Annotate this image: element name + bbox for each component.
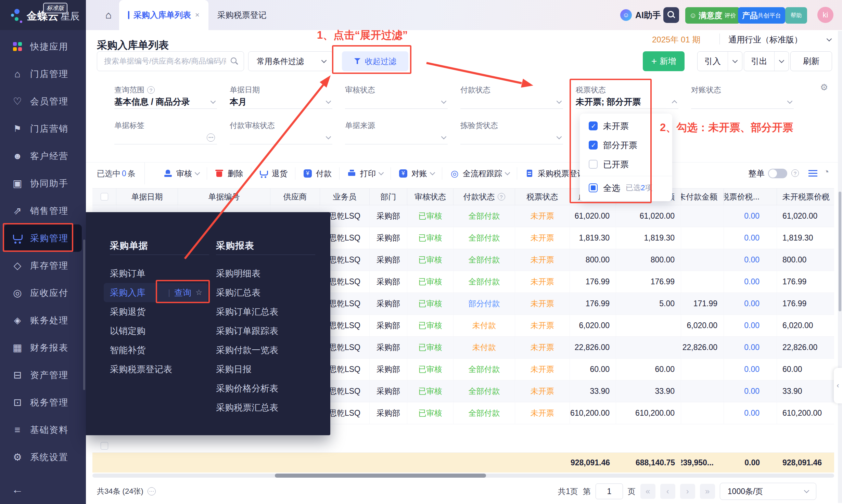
sidebar-item[interactable]: 销售管理 (0, 197, 86, 224)
sidebar-item[interactable]: 门店营销 (0, 115, 86, 142)
page-number-input[interactable] (596, 483, 623, 499)
popup-menu-item[interactable]: 采购税票登记表 | 查询 ☆ (110, 360, 213, 379)
filter-field[interactable]: 付款审核状态 (230, 120, 332, 145)
satisfaction-button[interactable]: ☺ 满意度 评价 (685, 7, 740, 24)
cell-invoiced[interactable]: 0.00 (724, 227, 777, 249)
close-tab-icon[interactable]: × (195, 11, 200, 20)
popup-menu-item[interactable]: 采购付款一览表 (216, 340, 319, 360)
checkbox-icon[interactable] (589, 160, 598, 169)
workspace-tab[interactable]: 采购入库单列表 × (119, 0, 208, 30)
vertical-scrollbar-thumb[interactable] (839, 192, 841, 311)
search-input[interactable] (103, 52, 227, 71)
sidebar-item[interactable]: 快捷应用 (0, 33, 86, 60)
common-filter-select[interactable]: 常用条件过滤 (248, 51, 333, 71)
horizontal-scrollbar-thumb[interactable] (275, 474, 486, 478)
favorite-star-icon[interactable]: ☆ (195, 288, 202, 297)
col-header[interactable]: 业务员 (320, 189, 370, 205)
sidebar-item[interactable]: 客户经营 (0, 142, 86, 170)
cell-invoiced[interactable]: 0.00 (724, 359, 777, 380)
cell-invoiced[interactable]: 0.00 (724, 380, 777, 402)
toolbar-action-button[interactable]: 删除 (207, 167, 251, 180)
cell-invoiced[interactable]: 0.00 (724, 293, 777, 314)
prev-page-button[interactable]: ‹ (660, 484, 675, 499)
export-button[interactable]: 引出 (744, 51, 789, 71)
popup-menu-item[interactable]: 采购订单 | 查询 ☆ (110, 264, 213, 283)
col-header[interactable]: 付款状态? (454, 189, 515, 205)
popup-menu-item[interactable]: 采购明细表 (216, 264, 319, 283)
tax-status-option[interactable]: 部分开票 (580, 135, 672, 155)
co-creation-button[interactable]: 产品 共创平台 (738, 7, 785, 24)
col-header[interactable]: 税票状态 (515, 189, 570, 205)
collapse-filter-button[interactable]: 收起过滤 (342, 51, 408, 71)
chevron-down-icon[interactable] (774, 52, 789, 71)
filter-field[interactable]: 对账状态? (691, 85, 794, 109)
user-avatar[interactable]: ki (817, 7, 833, 23)
checkbox-icon[interactable] (589, 121, 598, 130)
sidebar-scrollbar[interactable] (83, 240, 85, 390)
industry-select[interactable]: 通用行业（标准版） (728, 33, 831, 47)
cell-invoiced[interactable]: 0.00 (724, 402, 777, 424)
next-page-button[interactable]: › (680, 484, 695, 499)
popup-menu-item[interactable]: 采购退货 | 查询 ☆ (110, 302, 213, 321)
filter-field[interactable]: 付款状态? (460, 85, 563, 109)
more-icon[interactable]: ⋯ (148, 487, 156, 495)
toolbar-action-button[interactable]: 打印 (340, 167, 391, 180)
page-size-select[interactable]: 1000条/页 (720, 483, 816, 500)
toolbar-action-button[interactable]: 对账 (391, 167, 442, 180)
popup-menu-item[interactable]: 以销定购 | 查询 ☆ (110, 321, 213, 340)
refresh-button[interactable]: 刷新 (790, 51, 832, 71)
col-header[interactable]: 单据编号 (178, 189, 270, 205)
add-button[interactable]: + 新增 (643, 51, 685, 71)
sidebar-item[interactable]: 基础资料 (0, 416, 86, 443)
sidebar-item[interactable]: 会员管理 (0, 88, 86, 115)
help-icon[interactable]: ? (791, 169, 799, 177)
select-all-option[interactable]: 全选 已选2项 (580, 178, 672, 197)
first-page-button[interactable]: « (640, 484, 655, 499)
cell-invoiced[interactable]: 0.00 (724, 337, 777, 358)
col-header[interactable]: 审核状态 (407, 189, 454, 205)
sidebar-item[interactable]: 库存管理 (0, 252, 86, 279)
filter-field[interactable]: 拣验货状态 (460, 120, 563, 145)
import-button[interactable]: 引入 (697, 51, 742, 71)
toolbar-action-button[interactable]: 审核 (156, 167, 207, 180)
filter-settings-gear-icon[interactable]: ⚙ (820, 82, 828, 93)
popup-menu-item[interactable]: 采购入库 | 查询 ☆ (104, 283, 208, 302)
list-view-icon[interactable] (808, 170, 817, 171)
popup-menu-item[interactable]: 采购价格分析表 (216, 379, 319, 398)
cell-invoiced[interactable]: 0.00 (724, 271, 777, 293)
ai-assistant-button[interactable]: ☺ AI助手 (620, 0, 661, 30)
chevron-down-icon[interactable] (728, 52, 742, 71)
popup-menu-item[interactable]: 智能补货 | 查询 ☆ (110, 340, 213, 360)
tax-status-option[interactable]: 已开票 (580, 155, 672, 174)
filter-field[interactable]: 审核状态? (345, 85, 448, 109)
query-link[interactable]: 查询 (174, 287, 191, 298)
cell-invoiced[interactable]: 0.00 (724, 205, 777, 227)
column-settings-gear-icon[interactable]: ⚙ (821, 192, 829, 202)
popup-menu-item[interactable]: 采购订单跟踪表 (216, 321, 319, 340)
sidebar-item[interactable]: 系统设置 (0, 443, 86, 471)
toolbar-action-button[interactable]: 全流程跟踪 (442, 167, 517, 180)
sidebar-item[interactable]: 税务管理 (0, 389, 86, 416)
row-checkbox[interactable] (101, 442, 108, 450)
sidebar-item[interactable]: 资产管理 (0, 361, 86, 389)
indeterminate-checkbox-icon[interactable] (589, 183, 598, 192)
help-button[interactable]: 帮助 (785, 7, 807, 24)
filter-field[interactable]: 税票状态? 未开票; 部分开票 (576, 85, 678, 109)
last-page-button[interactable]: » (700, 484, 715, 499)
popup-menu-item[interactable]: 采购汇总表 (216, 283, 319, 302)
cell-invoiced[interactable]: 0.00 (724, 249, 777, 271)
popup-menu-item[interactable]: 采购税票汇总表 (216, 398, 319, 417)
sidebar-item[interactable]: 应收应付 (0, 279, 86, 307)
tax-status-option[interactable]: 未开票 (580, 116, 672, 135)
home-icon[interactable]: ⌂ (101, 8, 116, 23)
col-header[interactable]: 单据日期 (116, 189, 178, 205)
select-all-checkbox[interactable] (101, 193, 108, 201)
popup-menu-item[interactable]: 采购订单汇总表 (216, 302, 319, 321)
whole-doc-toggle[interactable] (768, 169, 787, 178)
right-drawer-handle[interactable]: ‹ (834, 368, 842, 403)
cell-invoiced[interactable]: 0.00 (724, 315, 777, 336)
popup-menu-item[interactable]: 采购日报 (216, 360, 319, 379)
sidebar-item[interactable]: 账务处理 (0, 307, 86, 334)
filter-field[interactable]: 查询范围? 基本信息 / 商品分录 (114, 85, 217, 109)
filter-field[interactable]: 单据来源 (345, 120, 448, 145)
